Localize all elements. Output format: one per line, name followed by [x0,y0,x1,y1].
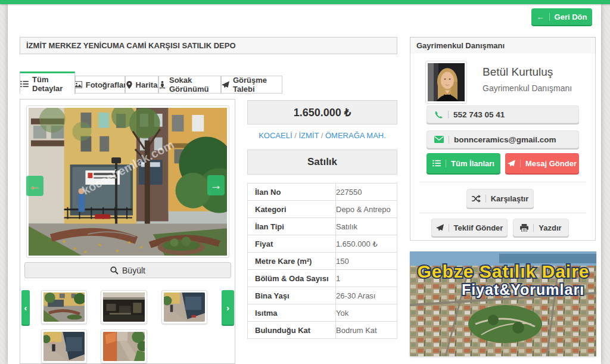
agent-name: Betül Kurtuluş [483,66,593,79]
button-divider [485,195,486,203]
paper-plane-icon [436,224,444,231]
send-message-label: Mesaj Gönder [525,159,577,168]
price-value: 1.650.000 ₺ [294,106,351,119]
compare-button[interactable]: Karşılaştır [466,189,534,208]
detail-value: 1 [336,270,397,287]
tab-label: Harita [136,80,158,89]
email-button[interactable]: bonnceramics@gmail.com [427,130,579,148]
tab-photos[interactable]: Fotoğraflar [75,76,125,94]
thumbnail-3[interactable] [161,290,207,324]
thumbnail-image [103,332,145,361]
thumbnail-5[interactable] [101,329,147,363]
agent-panel-header: Gayrimenkul Danışmanı [410,37,596,54]
divider [419,182,586,182]
status-box: Satılık [247,150,397,175]
agent-portrait-image [428,63,465,101]
table-row: Fiyat1.650.000 ₺ [248,235,397,253]
table-row: İlan No227550 [248,183,397,201]
detail-value: 227550 [336,183,397,201]
agent-role: Gayrimenkul Danışmanı [483,83,593,93]
thumbnail-4[interactable] [41,329,87,363]
enlarge-button[interactable]: Büyült [24,262,231,278]
tab-map[interactable]: Harita [125,76,158,94]
detail-value: Bodrum Kat [336,322,397,339]
button-divider [449,136,449,144]
street-view-icon [159,81,166,89]
send-message-button[interactable]: Mesaj Gönder [505,153,579,173]
table-row: Bölüm & Oda Sayısı1 [248,270,397,287]
printer-icon [520,224,528,232]
shuffle-icon [472,195,481,203]
detail-label: İlan Tipi [248,218,336,235]
magnifier-icon [110,266,119,275]
left-arrow-icon: ← [537,13,544,21]
tab-street-view[interactable]: Sokak Görünümü [158,76,221,94]
back-button[interactable]: ← Geri Dön [531,8,592,25]
breadcrumb-link-neighborhood[interactable]: ÖMERAĞA MAH. [325,131,386,140]
breadcrumb-link-city[interactable]: KOCAELİ [259,131,292,140]
prev-arrow-icon: ← [29,179,41,193]
print-button[interactable]: Yazdır [513,219,569,237]
tab-label: Görüşme Talebi [233,76,282,94]
agent-photo[interactable] [425,61,467,104]
detail-label: Bölüm & Oda Sayısı [248,270,336,287]
table-row: KategoriDepo & Antrepo [248,201,397,218]
print-label: Yazdır [539,223,561,232]
detail-label: Bulunduğu Kat [248,322,336,339]
breadcrumb: KOCAELİ / İZMİT / ÖMERAĞA MAH. [247,131,397,140]
table-row: İlan TipiSatılık [248,218,397,235]
detail-value: 26-30 Arası [336,287,397,304]
tab-all-details[interactable]: Tüm Detaylar [20,71,75,94]
back-button-label: Geri Dön [555,13,587,21]
thumbnail-1[interactable] [41,290,87,324]
detail-label: İlan No [248,183,336,201]
price-box: 1.650.000 ₺ [247,100,397,125]
photo-next-button[interactable]: → [207,175,225,195]
phone-icon [434,110,443,119]
street-scene-image [29,108,227,256]
main-photo[interactable] [26,105,229,258]
paper-plane-icon [508,160,515,167]
detail-value: 1.650.000 ₺ [336,235,397,253]
detail-label: Metre Kare (m²) [248,253,336,270]
email-address: bonnceramics@gmail.com [454,135,556,144]
detail-label: Fiyat [248,235,336,253]
status-label: Satılık [307,156,337,168]
all-listings-label: Tüm İlanları [451,159,494,168]
divider [419,213,586,213]
list-icon [20,80,29,88]
photo-prev-button[interactable]: ← [26,176,43,196]
detail-value: 150 [336,253,397,270]
button-divider [549,13,550,21]
thumbs-prev-button[interactable]: ‹ [21,290,30,325]
ad-banner[interactable]: Gebze Satılık Daire Fiyat&Yorumları [410,251,596,356]
breadcrumb-link-district[interactable]: İZMİT [298,131,319,140]
table-row: Bulunduğu KatBodrum Kat [248,322,397,339]
listing-title-box: İZMİT MERKEZ YENİCUMA CAMİ KARŞISI SATIL… [20,37,397,54]
button-divider [533,224,534,232]
map-marker-icon [126,81,132,89]
send-offer-button[interactable]: Teklif Gönder [431,219,508,237]
send-offer-label: Teklif Gönder [454,223,503,232]
envelope-icon [434,136,444,144]
listing-title: İZMİT MERKEZ YENİCUMA CAMİ KARŞISI SATIL… [26,41,236,50]
paper-plane-icon [222,81,229,88]
detail-label: Bina Yaşı [248,287,336,304]
detail-label: Isıtma [248,304,336,322]
button-divider [448,111,449,119]
thumbnail-image [43,293,85,322]
compare-label: Karşılaştır [491,194,529,203]
detail-value: Yok [336,304,397,322]
phone-button[interactable]: 552 743 05 41 [427,105,579,123]
ad-subheadline: Fiyat&Yorumları [462,281,584,298]
tab-meeting-request[interactable]: Görüşme Talebi [221,76,282,94]
all-listings-button[interactable]: Tüm İlanları [427,153,500,173]
tab-label: Tüm Detaylar [32,75,74,93]
thumbs-next-button[interactable]: › [222,290,234,325]
phone-number: 552 743 05 41 [453,110,505,119]
thumbnail-2[interactable] [101,290,147,324]
button-divider [449,224,449,232]
next-arrow-icon: → [210,179,222,192]
table-row: IsıtmaYok [248,304,397,322]
thumbnail-image [164,293,205,322]
